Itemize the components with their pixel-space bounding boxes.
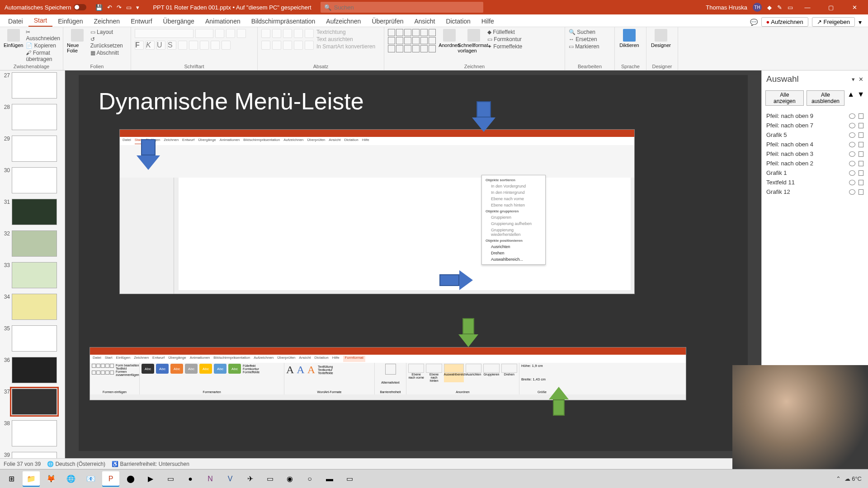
visibility-icon[interactable] (849, 170, 855, 176)
selection-item[interactable]: Grafik 12 (765, 187, 864, 197)
hide-all-button[interactable]: Alle ausblenden (807, 90, 845, 106)
user-name[interactable]: Thomas Hruska (706, 4, 747, 11)
tab-aufzeichnen[interactable]: Aufzeichnen (321, 16, 366, 27)
visibility-icon[interactable] (849, 189, 855, 195)
app-icon-6[interactable]: ⬤ (122, 471, 139, 487)
outlook-icon[interactable]: 📧 (82, 471, 99, 487)
indent-dec-icon[interactable] (283, 29, 292, 38)
ribbon-toggle-icon[interactable]: ▭ (788, 4, 793, 11)
increase-font-icon[interactable] (215, 29, 224, 38)
indent-inc-icon[interactable] (294, 29, 303, 38)
tab-start[interactable]: Start (28, 15, 53, 27)
thumbnail-29[interactable]: 29 (2, 136, 63, 162)
find-button[interactable]: 🔍 Suchen (569, 29, 599, 35)
designer-button[interactable]: Designer (650, 29, 672, 48)
replace-button[interactable]: ↔ Ersetzen (569, 36, 599, 42)
blue-arrow-down-2[interactable] (137, 139, 160, 172)
selection-item[interactable]: Textfeld 11 (765, 178, 864, 187)
lock-icon[interactable] (859, 151, 863, 157)
start-button[interactable]: ⊞ (3, 471, 20, 487)
selection-item[interactable]: Pfeil: nach oben 7 (765, 121, 864, 130)
visibility-icon[interactable] (849, 161, 855, 166)
shape-effects-button[interactable]: ✦ Formeffekte (487, 43, 522, 50)
redo-icon[interactable]: ↷ (117, 4, 122, 11)
justify-icon[interactable] (294, 41, 303, 50)
slide[interactable]: Dynamische Menü-Leiste DateiStartEinfüge… (79, 75, 748, 451)
thumbnail-35[interactable]: 35 (2, 325, 63, 352)
visibility-icon[interactable] (849, 180, 855, 185)
thumbnail-34[interactable]: 34 (2, 294, 63, 320)
file-name[interactable]: PPT 01 Roter Faden 001.pptx • Auf "diese… (144, 4, 320, 11)
tab-hilfe[interactable]: Hilfe (476, 16, 500, 27)
shape-fill-button[interactable]: ◆ Fülleffekt (487, 29, 522, 35)
share-button[interactable]: ↗ Freigeben (812, 17, 855, 27)
lock-icon[interactable] (859, 161, 863, 166)
dictate-button[interactable]: Diktieren (618, 29, 640, 48)
app-icon-9[interactable]: ● (182, 471, 199, 487)
vlc-icon[interactable]: ▶ (142, 471, 159, 487)
align-right-icon[interactable] (283, 41, 292, 50)
pane-close-icon[interactable]: ✕ (859, 76, 863, 83)
chrome-icon[interactable]: 🌐 (62, 471, 80, 487)
selection-item[interactable]: Grafik 5 (765, 130, 864, 140)
selection-item[interactable]: Pfeil: nach oben 3 (765, 149, 864, 159)
user-avatar[interactable]: TH (753, 3, 762, 12)
shape-outline-button[interactable]: ▭ Formkontur (487, 36, 522, 42)
slideshow-icon[interactable]: ▭ (126, 4, 132, 11)
search-box[interactable]: 🔍 (321, 2, 483, 13)
shape-gallery[interactable] (388, 29, 436, 52)
copy-button[interactable]: 📄 Kopieren (26, 42, 60, 49)
thumbnail-30[interactable]: 30 (2, 167, 63, 193)
thumbnail-27[interactable]: 27 (2, 72, 63, 99)
numbering-icon[interactable] (272, 29, 281, 38)
visibility-icon[interactable] (849, 151, 855, 157)
quick-styles-button[interactable]: Schnellformat-vorlagen (463, 29, 485, 53)
search-input[interactable] (334, 4, 480, 11)
line-spacing-icon[interactable] (305, 29, 314, 38)
weather-widget[interactable]: ☁ 6°C (844, 475, 862, 482)
telegram-icon[interactable]: ✈ (241, 471, 259, 487)
tab-uebergaenge[interactable]: Übergänge (158, 16, 200, 27)
lock-icon[interactable] (859, 132, 863, 138)
bold-icon[interactable]: F (135, 41, 144, 50)
app-icon-17[interactable]: ▭ (341, 471, 358, 487)
selection-item[interactable]: Pfeil: nach oben 9 (765, 111, 864, 121)
thumbnail-28[interactable]: 28 (2, 104, 63, 130)
lock-icon[interactable] (859, 142, 863, 147)
visibility-icon[interactable] (849, 142, 855, 147)
new-slide-button[interactable]: Neue Folie (67, 29, 88, 53)
select-button[interactable]: ▭ Markieren (569, 43, 599, 50)
blue-arrow-right[interactable] (439, 270, 475, 290)
tab-zeichnen[interactable]: Zeichnen (89, 16, 126, 27)
thumbnail-36[interactable]: 36 (2, 357, 63, 383)
save-icon[interactable]: 💾 (95, 4, 103, 11)
font-size-input[interactable] (195, 29, 213, 38)
visio-icon[interactable]: V (222, 471, 239, 487)
font-color-icon[interactable] (222, 41, 231, 50)
app-icon-16[interactable]: ▬ (321, 471, 338, 487)
thumbnail-33[interactable]: 33 (2, 262, 63, 288)
tab-animationen[interactable]: Animationen (200, 16, 246, 27)
blue-arrow-down-1[interactable] (472, 101, 495, 134)
visibility-icon[interactable] (849, 132, 855, 138)
feedback-icon[interactable]: ✎ (777, 4, 782, 11)
italic-icon[interactable]: K (146, 41, 155, 50)
firefox-icon[interactable]: 🦊 (42, 471, 60, 487)
tray-chevron-icon[interactable]: ⌃ (836, 475, 841, 482)
record-button[interactable]: ● Aufzeichnen (761, 17, 808, 27)
tab-ansicht[interactable]: Ansicht (409, 16, 440, 27)
visibility-icon[interactable] (849, 123, 855, 128)
decrease-font-icon[interactable] (226, 29, 235, 38)
lock-icon[interactable] (859, 123, 863, 128)
maximize-button[interactable]: ▢ (822, 0, 840, 14)
reset-button[interactable]: ↺ Zurücksetzen (90, 36, 127, 49)
lock-icon[interactable] (859, 189, 863, 195)
thumbnail-37[interactable]: 37 (2, 389, 63, 415)
cut-button[interactable]: ✂ Ausschneiden (26, 29, 60, 42)
clear-format-icon[interactable] (237, 29, 246, 38)
thumbnail-39[interactable]: 39 (2, 452, 63, 458)
app-icon-13[interactable]: ▭ (261, 471, 278, 487)
layout-button[interactable]: ▭ Layout (90, 29, 127, 35)
align-text-button[interactable]: Text ausrichten (316, 36, 375, 42)
case-icon[interactable] (200, 41, 209, 50)
